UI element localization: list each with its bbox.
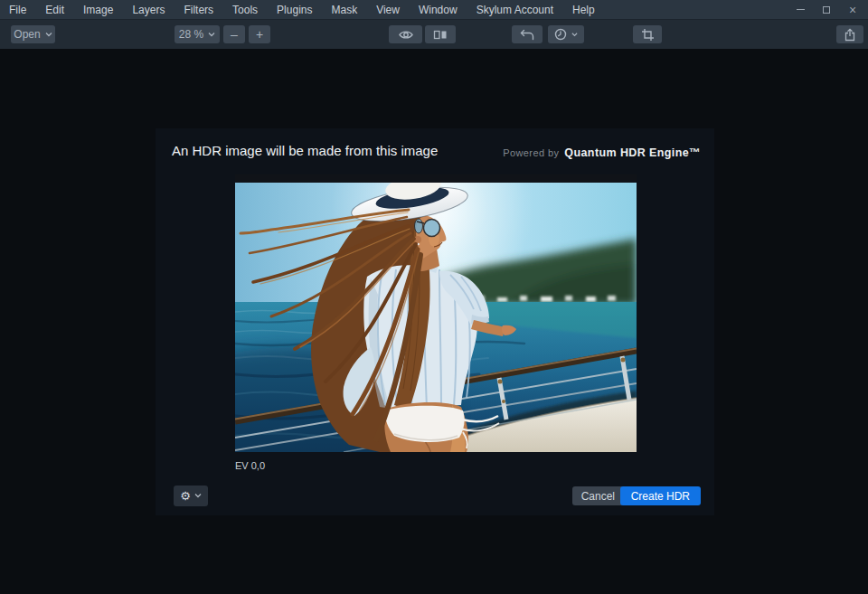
crop-button[interactable]: [633, 25, 662, 43]
menu-item-layers[interactable]: Layers: [132, 4, 165, 16]
hdr-dialog: An HDR image will be made from this imag…: [156, 128, 714, 515]
dialog-title: An HDR image will be made from this imag…: [172, 143, 438, 158]
chevron-down-icon: [45, 33, 52, 37]
export-button[interactable]: [836, 25, 863, 43]
quick-preview-button[interactable]: [389, 25, 422, 43]
history-button[interactable]: [548, 25, 584, 43]
menu-item-image[interactable]: Image: [83, 4, 113, 16]
menu-item-help[interactable]: Help: [572, 4, 595, 16]
minimize-icon: [797, 9, 805, 10]
chevron-down-icon: [571, 33, 578, 37]
zoom-level-value: 28 %: [179, 28, 203, 41]
compare-icon: [433, 29, 448, 41]
create-hdr-button[interactable]: Create HDR: [620, 486, 701, 505]
photo-preview: [235, 174, 637, 452]
hdr-settings-button[interactable]: ⚙: [174, 486, 208, 506]
photo-top-strip: [235, 174, 637, 183]
menubar: File Edit Image Layers Filters Tools Plu…: [0, 0, 868, 20]
eye-icon: [398, 29, 414, 41]
undo-button[interactable]: [512, 25, 542, 43]
compare-button[interactable]: [425, 25, 456, 43]
minus-icon: –: [231, 28, 238, 41]
ev-label: EV 0,0: [235, 460, 265, 471]
powered-by-label: Powered by: [503, 147, 559, 158]
zoom-in-button[interactable]: +: [249, 25, 270, 43]
menu-item-file[interactable]: File: [9, 4, 26, 16]
plus-icon: +: [256, 28, 263, 41]
close-button[interactable]: ×: [846, 4, 859, 16]
menu-item-window[interactable]: Window: [419, 4, 458, 16]
clock-icon: [554, 28, 567, 41]
menu-item-view[interactable]: View: [376, 4, 400, 16]
close-icon: ×: [849, 4, 856, 16]
open-button[interactable]: Open: [11, 25, 55, 43]
cancel-button[interactable]: Cancel: [572, 486, 624, 505]
chevron-down-icon: [194, 494, 202, 498]
menu-item-mask[interactable]: Mask: [331, 4, 357, 16]
menu-item-filters[interactable]: Filters: [184, 4, 213, 16]
export-icon: [844, 28, 856, 42]
menu-item-edit[interactable]: Edit: [45, 4, 64, 16]
window-controls: ×: [794, 4, 859, 16]
toolbar: Open 28 % – +: [0, 20, 868, 49]
menu-item-skylum-account[interactable]: Skylum Account: [476, 4, 553, 16]
menu-item-tools[interactable]: Tools: [232, 4, 258, 16]
menu-list: File Edit Image Layers Filters Tools Plu…: [9, 4, 595, 16]
maximize-icon: [823, 6, 830, 14]
maximize-button[interactable]: [820, 4, 833, 16]
gear-icon: ⚙: [180, 490, 191, 502]
zoom-level-dropdown[interactable]: 28 %: [175, 25, 220, 43]
menu-item-plugins[interactable]: Plugins: [277, 4, 312, 16]
engine-name-label: Quantum HDR Engine™: [564, 146, 701, 159]
undo-icon: [520, 29, 534, 41]
crop-icon: [641, 28, 655, 42]
editor-canvas: An HDR image will be made from this imag…: [0, 49, 868, 594]
app-window: File Edit Image Layers Filters Tools Plu…: [0, 0, 868, 594]
zoom-out-button[interactable]: –: [223, 25, 245, 43]
open-button-label: Open: [14, 28, 40, 41]
photo-scene: [235, 183, 637, 452]
powered-by: Powered by Quantum HDR Engine™: [503, 146, 701, 159]
minimize-button[interactable]: [794, 4, 807, 16]
chevron-down-icon: [208, 33, 215, 37]
